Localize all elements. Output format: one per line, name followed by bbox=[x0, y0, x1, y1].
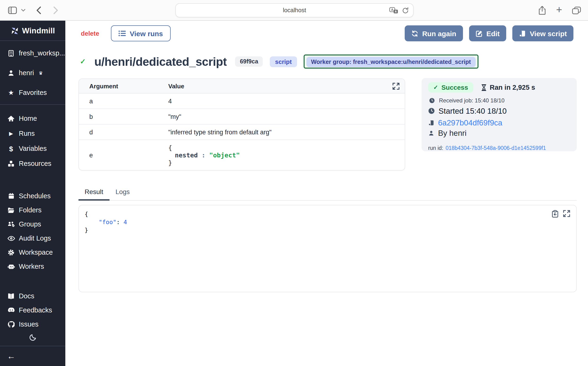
user-name: henri bbox=[19, 69, 34, 76]
sidebar-item-groups[interactable]: Groups bbox=[0, 217, 65, 231]
translate-icon[interactable] bbox=[389, 7, 399, 14]
tab-logs[interactable]: Logs bbox=[109, 188, 136, 200]
job-id-link[interactable]: 6a297b04df69f9ca bbox=[438, 118, 502, 127]
reload-icon[interactable] bbox=[402, 7, 409, 14]
chevron-down-icon[interactable] bbox=[21, 9, 25, 12]
hourglass-icon bbox=[481, 84, 487, 91]
cubes-icon bbox=[7, 160, 15, 167]
eye-icon bbox=[7, 236, 15, 241]
sidebar-item-home[interactable]: Home bbox=[0, 111, 65, 126]
json-open-brace: { bbox=[85, 210, 571, 218]
sidebar-toggle-icon[interactable] bbox=[8, 6, 17, 14]
sidebar-item-issues[interactable]: Issues bbox=[0, 317, 65, 331]
arg-value: 4 bbox=[168, 98, 172, 105]
sidebar-item-runs[interactable]: ▶ Runs bbox=[0, 126, 65, 141]
sidebar-item-label: Workers bbox=[19, 263, 44, 270]
view-script-label: View script bbox=[530, 29, 567, 37]
column-header-value: Value bbox=[168, 83, 184, 90]
robot-icon bbox=[7, 263, 15, 269]
json-colon: : bbox=[198, 151, 209, 159]
json-line: nested : "object" bbox=[168, 151, 240, 159]
user-menu[interactable]: henri ♛ bbox=[0, 63, 65, 83]
arg-name: a bbox=[79, 98, 168, 105]
tab-overview-icon[interactable] bbox=[572, 6, 581, 14]
run-author-row: By henri bbox=[428, 128, 570, 138]
view-runs-button[interactable]: View runs bbox=[111, 25, 170, 41]
arg-value: "my" bbox=[168, 113, 181, 120]
windmill-logo-icon bbox=[10, 26, 19, 35]
star-icon: ★ bbox=[7, 89, 15, 96]
table-row: d "inferred type string from default arg… bbox=[79, 124, 405, 140]
run-id-link[interactable]: 018b4304-7b3f-548a-9006-d1e1452599f1 bbox=[446, 145, 546, 151]
github-icon bbox=[7, 321, 15, 328]
title-row: ✓ u/henri/dedicated_script 69f9ca script… bbox=[80, 54, 479, 69]
sidebar-item-variables[interactable]: $ Variables bbox=[0, 141, 65, 156]
sidebar-item-folders[interactable]: Folders bbox=[0, 203, 65, 217]
run-again-label: Run again bbox=[422, 29, 456, 37]
scroll-icon bbox=[428, 120, 434, 126]
delete-button[interactable]: delete bbox=[81, 30, 99, 37]
share-icon[interactable] bbox=[538, 6, 546, 15]
back-button-icon[interactable] bbox=[36, 6, 41, 14]
json-string-value: "object" bbox=[209, 151, 240, 159]
sidebar-collapse[interactable]: ← bbox=[0, 346, 65, 366]
json-key: nested bbox=[175, 151, 198, 159]
workspace-selector[interactable]: fresh_worksp... bbox=[0, 43, 65, 63]
sidebar-item-label: Favorites bbox=[19, 89, 47, 96]
view-script-button[interactable]: View script bbox=[512, 25, 573, 41]
sidebar-item-audit-logs[interactable]: Audit Logs bbox=[0, 231, 65, 245]
refresh-icon bbox=[411, 30, 418, 37]
edit-button[interactable]: Edit bbox=[469, 25, 506, 41]
address-bar-url: localhost bbox=[283, 7, 306, 14]
run-author-label: By henri bbox=[438, 129, 466, 137]
edit-pencil-icon bbox=[475, 30, 482, 37]
actions-row: delete View runs Run again bbox=[81, 25, 573, 41]
sidebar-item-resources[interactable]: Resources bbox=[0, 156, 65, 171]
arg-value: "inferred type string from default arg" bbox=[168, 129, 271, 136]
column-header-argument: Argument bbox=[79, 83, 168, 90]
expand-table-icon[interactable] bbox=[393, 83, 400, 90]
sidebar-item-label: Workspace bbox=[19, 249, 53, 256]
copy-result-icon[interactable] bbox=[552, 210, 558, 218]
started-row: Started 15:40 18/10 bbox=[428, 106, 570, 115]
json-close-brace: } bbox=[85, 226, 571, 234]
script-kind-badge[interactable]: script bbox=[270, 56, 297, 67]
forward-button-icon[interactable] bbox=[53, 6, 58, 14]
arg-value-json: { nested : "object" } bbox=[168, 144, 240, 166]
sidebar-item-label: Resources bbox=[19, 160, 52, 167]
arguments-table: Argument Value a 4 b "my" d "inferred ty… bbox=[78, 78, 405, 171]
status-badge: ✓ Success bbox=[428, 82, 473, 92]
list-icon bbox=[118, 30, 126, 37]
result-json: { "foo": 4 } bbox=[79, 205, 576, 239]
table-row: e { nested : "object" } bbox=[79, 140, 405, 170]
expand-result-icon[interactable] bbox=[563, 210, 570, 218]
tab-result[interactable]: Result bbox=[78, 188, 109, 201]
sidebar-item-feedbacks[interactable]: Feedbacks bbox=[0, 303, 65, 317]
run-again-button[interactable]: Run again bbox=[405, 25, 463, 41]
sidebar-item-docs[interactable]: Docs bbox=[0, 289, 65, 303]
received-job-row: Received job: 15:40 18/10 bbox=[428, 97, 570, 104]
app-window: localhost + Windm bbox=[0, 0, 588, 366]
duration-label: Ran in 2,925 s bbox=[490, 84, 535, 91]
clock-icon bbox=[428, 107, 435, 114]
run-id-row: run id: 018b4304-7b3f-548a-9006-d1e14525… bbox=[428, 145, 570, 151]
sidebar-item-label: Docs bbox=[19, 292, 34, 300]
home-icon bbox=[7, 115, 15, 122]
page-title: u/henri/dedicated_script bbox=[94, 55, 227, 68]
windmill-logo[interactable]: Windmill bbox=[0, 21, 65, 41]
result-tabs: Result Logs bbox=[78, 188, 577, 201]
book-icon bbox=[7, 293, 15, 299]
dark-mode-toggle[interactable] bbox=[0, 334, 65, 346]
sidebar-item-favorites[interactable]: ★ Favorites bbox=[0, 83, 65, 102]
new-tab-icon[interactable]: + bbox=[556, 5, 562, 15]
address-bar[interactable]: localhost bbox=[175, 3, 414, 17]
worker-group-badge[interactable]: Worker group: fresh_workspace:u/henri/de… bbox=[306, 57, 475, 67]
status-label: Success bbox=[441, 84, 468, 91]
sidebar-item-schedules[interactable]: Schedules bbox=[0, 189, 65, 203]
sidebar-item-workspace[interactable]: Workspace bbox=[0, 245, 65, 259]
view-runs-label: View runs bbox=[130, 29, 163, 37]
table-row: a 4 bbox=[79, 93, 405, 109]
sidebar-item-workers[interactable]: Workers bbox=[0, 259, 65, 274]
person-icon bbox=[428, 130, 434, 136]
discord-icon bbox=[7, 307, 15, 313]
